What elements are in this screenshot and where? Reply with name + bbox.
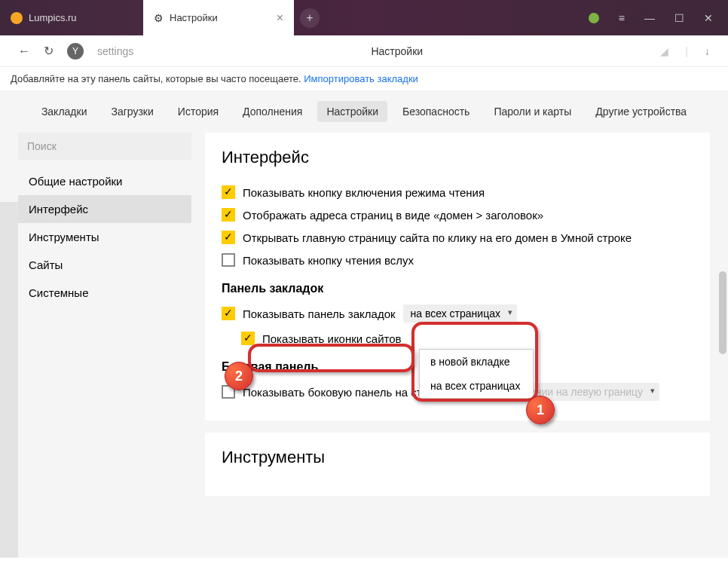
favicon-lumpics (11, 12, 23, 24)
checkbox-icon[interactable] (222, 208, 235, 222)
checkbox-label: Открывать главную страницу сайта по клик… (243, 231, 632, 244)
annotation-badge-2: 2 (225, 362, 253, 390)
settings-top-nav: Закладки Загрузки История Дополнения Нас… (0, 101, 728, 122)
subheader-bookmarks-panel: Панель закладок (222, 282, 693, 295)
section-title-tools: Инструменты (222, 448, 693, 467)
nav-passwords[interactable]: Пароли и карты (485, 101, 580, 122)
checkbox-icon[interactable] (222, 253, 235, 267)
reload-icon[interactable]: ↻ (44, 44, 54, 58)
nav-security[interactable]: Безопасность (393, 101, 479, 122)
bookmarks-panel-mode-select[interactable]: на всех страницах (403, 304, 517, 323)
sidebar-item-sites[interactable]: Сайты (18, 251, 191, 279)
nav-history[interactable]: История (169, 101, 228, 122)
nav-devices[interactable]: Другие устройства (586, 101, 696, 122)
checkbox-label: Показывать кнопку включения режима чтени… (243, 186, 485, 199)
section-title-interface: Интерфейс (222, 148, 693, 167)
dropdown-option-new-tab[interactable]: в новой вкладке (420, 350, 533, 374)
menu-icon[interactable]: ≡ (619, 12, 625, 24)
site-identity-icon[interactable]: Y (67, 43, 84, 60)
gear-icon: ⚙ (154, 12, 164, 24)
checkbox-icon[interactable] (222, 231, 235, 244)
nav-bookmarks[interactable]: Закладки (32, 101, 96, 122)
back-icon[interactable]: ← (18, 44, 30, 58)
opt-read-aloud[interactable]: Показывать кнопку чтения вслух (222, 249, 693, 271)
settings-main: Интерфейс Показывать кнопку включения ре… (205, 133, 710, 496)
opt-show-site-icons[interactable]: Показывать иконки сайтов (222, 327, 693, 350)
minimize-icon[interactable]: — (644, 12, 655, 24)
sidebar-item-interface[interactable]: Интерфейс (18, 195, 191, 223)
checkbox-label: Отображать адреса страниц в виде «домен … (243, 209, 543, 222)
opt-open-main[interactable]: Открывать главную страницу сайта по клик… (222, 226, 693, 249)
annotation-badge-1: 1 (526, 396, 555, 424)
checkbox-label: Показывать кнопку чтения вслух (243, 254, 414, 267)
checkbox-label: Показывать иконки сайтов (262, 332, 402, 345)
bookmark-icon[interactable]: ◢ (660, 45, 668, 57)
nav-settings[interactable]: Настройки (317, 101, 387, 122)
sidebar-item-tools[interactable]: Инструменты (18, 223, 191, 251)
checkbox-icon[interactable] (222, 185, 235, 199)
maximize-icon[interactable]: ☐ (674, 12, 684, 24)
close-window-icon[interactable]: ✕ (704, 12, 713, 24)
opt-reading-mode[interactable]: Показывать кнопку включения режима чтени… (222, 181, 693, 203)
sidebar-item-system[interactable]: Системные (18, 279, 191, 307)
tab-settings[interactable]: ⚙ Настройки × (143, 0, 294, 35)
tools-card: Инструменты (205, 433, 710, 496)
settings-search-input[interactable]: Поиск (18, 133, 191, 160)
dropdown-option-all-pages[interactable]: на всех страницах (420, 374, 533, 398)
hint-text: Добавляйте на эту панель сайты, которые … (11, 73, 301, 84)
new-tab-button[interactable]: + (300, 8, 320, 28)
nav-addons[interactable]: Дополнения (234, 101, 311, 122)
window-titlebar: Lumpics.ru ⚙ Настройки × + ≡ — ☐ ✕ (0, 0, 728, 35)
download-icon[interactable]: ↓ (705, 45, 710, 57)
bookmarks-mode-dropdown[interactable]: в новой вкладке на всех страницах (419, 349, 534, 399)
tab-lumpics[interactable]: Lumpics.ru (0, 0, 143, 35)
bookmarks-hint-bar: Добавляйте на эту панель сайты, которые … (0, 67, 728, 90)
tab-label: Lumpics.ru (29, 12, 77, 23)
checkbox-icon[interactable] (241, 332, 255, 345)
opt-show-bookmarks-panel[interactable]: Показывать панель закладок на всех стран… (222, 300, 693, 327)
checkbox-icon[interactable] (222, 307, 235, 320)
opt-domain-title[interactable]: Отображать адреса страниц в виде «домен … (222, 203, 693, 226)
scrollbar-thumb[interactable] (719, 271, 726, 354)
tab-label: Настройки (170, 12, 218, 23)
settings-workarea: Закладки Загрузки История Дополнения Нас… (0, 90, 728, 558)
address-bar: ← ↻ Y settings Настройки ◢ | ↓ (0, 35, 728, 67)
nav-downloads[interactable]: Загрузки (102, 101, 162, 122)
sidebar-item-general[interactable]: Общие настройки (18, 167, 191, 195)
checkbox-label: Показывать панель закладок (243, 307, 396, 320)
left-gutter (0, 202, 18, 558)
import-bookmarks-link[interactable]: Импортировать закладки (304, 73, 418, 84)
close-tab-icon[interactable]: × (277, 11, 283, 25)
window-controls: ≡ — ☐ ✕ (589, 12, 728, 24)
settings-sidebar: Поиск Общие настройки Интерфейс Инструме… (18, 133, 191, 496)
extension-icon[interactable] (589, 13, 599, 23)
url-text[interactable]: settings (97, 45, 133, 57)
page-title: Настройки (147, 45, 647, 57)
